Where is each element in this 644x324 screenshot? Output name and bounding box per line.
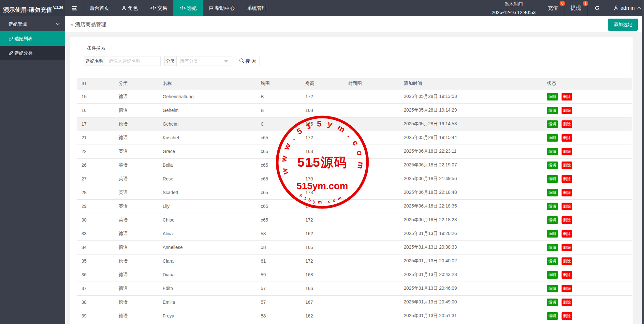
svg-text:515ym.com: 515ym.com <box>297 181 348 191</box>
svg-text:515源码: 515源码 <box>297 155 347 169</box>
